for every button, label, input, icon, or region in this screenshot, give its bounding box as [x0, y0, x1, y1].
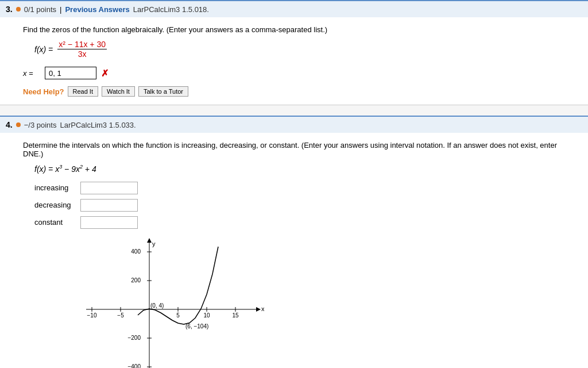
y-tick-200: 200: [131, 277, 141, 283]
svg-marker-3: [256, 307, 261, 312]
question-3-instruction: Find the zeros of the function algebraic…: [23, 25, 577, 34]
constant-label: constant: [34, 218, 75, 227]
point-label-min: (6, −104): [185, 323, 208, 329]
function-label-3: f(x) =: [34, 45, 53, 54]
separator-3: |: [60, 5, 61, 14]
question-3-body: Find the zeros of the function algebraic…: [0, 17, 588, 105]
talk-to-tutor-button-3[interactable]: Talk to a Tutor: [138, 86, 188, 97]
function-label-4: f(x) = x3 − 9x2 + 4: [34, 164, 96, 174]
status-dot-3: [16, 7, 21, 12]
point-label-origin: (0, 4): [150, 302, 164, 309]
answer-input-3[interactable]: [45, 67, 96, 79]
y-tick-400: 400: [131, 248, 141, 255]
increasing-input[interactable]: [80, 182, 138, 194]
question-3: 3. 0/1 points | Previous Answers LarPCal…: [0, 0, 588, 105]
spacer: [0, 105, 588, 116]
question-3-header: 3. 0/1 points | Previous Answers LarPCal…: [0, 0, 588, 17]
x-tick-n5: −5: [117, 312, 124, 319]
question-3-number: 3.: [6, 5, 13, 14]
function-fraction-3: x² − 11x + 30 3x: [57, 40, 107, 59]
need-help-label-3: Need Help?: [23, 87, 64, 96]
question-4-header: 4. −/3 points LarPCalcLim3 1.5.033.: [0, 116, 588, 133]
need-help-row-3: Need Help? Read It Watch It Talk to a Tu…: [23, 86, 577, 97]
constant-input[interactable]: [80, 216, 138, 229]
status-dot-4: [16, 122, 21, 127]
question-3-points: 0/1 points: [24, 5, 56, 14]
question-4-number: 4.: [6, 120, 13, 129]
question-4-instruction: Determine the intervals on which the fun…: [23, 141, 577, 158]
answer-row-3: x = ✗: [23, 67, 577, 79]
x-tick-5: 5: [176, 312, 180, 319]
answer-label-3: x =: [23, 69, 40, 78]
x-tick-n10: −10: [87, 312, 97, 319]
watch-it-button-3[interactable]: Watch It: [102, 86, 135, 97]
function-display-3: f(x) = x² − 11x + 30 3x: [34, 40, 577, 59]
svg-marker-2: [147, 238, 152, 243]
question-4-points: −/3 points: [24, 121, 57, 129]
read-it-button-3[interactable]: Read It: [68, 86, 98, 97]
previous-answers-link-3[interactable]: Previous Answers: [65, 5, 129, 14]
x-axis-label: x: [261, 305, 264, 312]
function-display-4: f(x) = x3 − 9x2 + 4: [34, 164, 577, 174]
numerator-3: x² − 11x + 30: [57, 40, 107, 49]
question-4: 4. −/3 points LarPCalcLim3 1.5.033. Dete…: [0, 116, 588, 368]
wrong-icon-3: ✗: [101, 68, 109, 79]
constant-row: constant: [34, 216, 577, 229]
y-tick-n200: −200: [127, 335, 141, 341]
denominator-3: 3x: [77, 49, 88, 59]
decreasing-label: decreasing: [34, 201, 75, 209]
x-tick-10: 10: [203, 312, 210, 319]
increasing-label: increasing: [34, 183, 75, 192]
x-tick-15: 15: [232, 312, 239, 319]
decreasing-row: decreasing: [34, 199, 577, 212]
decreasing-input[interactable]: [80, 199, 138, 212]
course-code-4: LarPCalcLim3 1.5.033.: [60, 121, 136, 129]
graph-container-4: 400 200 −200 −400 −10 −5 5: [80, 235, 264, 368]
y-axis-label: y: [152, 240, 156, 247]
interval-fields-4: increasing decreasing constant: [34, 182, 577, 229]
question-4-body: Determine the intervals on which the fun…: [0, 133, 588, 368]
graph-svg-4: 400 200 −200 −400 −10 −5 5: [80, 235, 264, 368]
y-tick-n400: −400: [127, 363, 141, 368]
course-code-3: LarPCalcLim3 1.5.018.: [133, 5, 209, 14]
increasing-row: increasing: [34, 182, 577, 194]
